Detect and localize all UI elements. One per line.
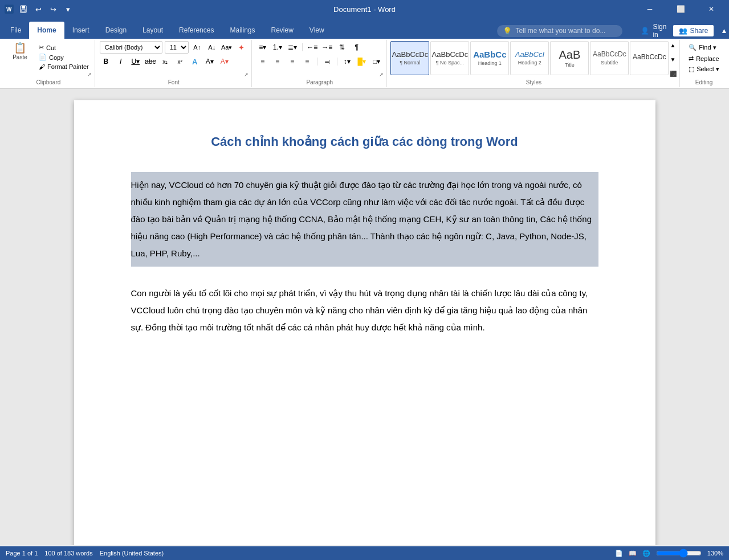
sign-in-label[interactable]: Sign in (653, 23, 666, 39)
title-bar-right: ─ ⬜ ✕ (637, 0, 724, 18)
svg-rect-4 (22, 10, 25, 12)
paste-area: 📋 Paste (6, 41, 34, 62)
increase-indent-button[interactable]: →≡ (321, 41, 333, 54)
tab-view[interactable]: View (302, 22, 332, 39)
zoom-level[interactable]: 130% (707, 550, 723, 557)
multilevel-list-button[interactable]: ≣▾ (286, 41, 299, 54)
clipboard-expand[interactable]: ↗ (86, 71, 93, 78)
style-heading2[interactable]: AaBbCcI Heading 2 (510, 41, 549, 75)
collapse-ribbon-button[interactable]: ▲ (720, 27, 727, 35)
tab-review[interactable]: Review (263, 22, 301, 39)
select-button[interactable]: ⬚ Select ▾ (686, 65, 722, 73)
style-heading1[interactable]: AaBbCc Heading 1 (470, 41, 509, 75)
tab-home[interactable]: Home (29, 22, 64, 39)
close-button[interactable]: ✕ (698, 0, 724, 18)
highlight-color-button[interactable]: A▾ (203, 55, 216, 68)
numbering-button[interactable]: 1.▾ (271, 41, 284, 54)
sign-in-icon: 👤 (641, 27, 649, 35)
show-hide-button[interactable]: ¶ (351, 41, 363, 54)
view-layout-icon[interactable]: 📄 (615, 550, 623, 557)
style-normal[interactable]: AaBbCcDc ¶ Normal (390, 41, 429, 75)
align-left-button[interactable]: ≡ (256, 55, 269, 68)
styles-expand[interactable]: ↗ (671, 71, 678, 78)
font-name-row: Calibri (Body) 11.5 A↑ A↓ Aa▾ ✦ (100, 41, 248, 54)
styles-down-button[interactable]: ▼ (670, 56, 677, 63)
tab-mailings[interactable]: Mailings (222, 22, 263, 39)
align-right-button[interactable]: ≡ (286, 55, 299, 68)
status-left: Page 1 of 1 100 of 183 words English (Un… (6, 550, 164, 557)
font-expand[interactable]: ↗ (243, 71, 250, 78)
style-extra[interactable]: AaBbCcDc (630, 41, 669, 75)
tell-me-input[interactable] (515, 27, 606, 35)
styles-up-button[interactable]: ▲ (670, 42, 677, 48)
justify-button[interactable]: ≡ (301, 55, 313, 68)
font-controls: Calibri (Body) 11.5 A↑ A↓ Aa▾ ✦ B I U▾ a… (100, 41, 248, 78)
column-break-button[interactable]: ⫤ (321, 55, 333, 68)
paste-button[interactable]: 📋 Paste (6, 41, 34, 62)
quick-access-toolbar: ↩ ↪ ▾ (17, 3, 74, 15)
style-title-name: Title (565, 62, 575, 68)
font-shrink-button[interactable]: A↓ (206, 41, 218, 54)
font-style-row: B I U▾ abc x₂ x² A A▾ A▾ (100, 55, 231, 68)
superscript-button[interactable]: x² (174, 55, 186, 68)
paragraph-expand[interactable]: ↗ (378, 71, 385, 78)
find-button[interactable]: 🔍 Find ▾ (686, 43, 722, 52)
style-title[interactable]: AaB Title (550, 41, 589, 75)
replace-button[interactable]: ⇄ Replace (686, 54, 722, 63)
shading-button[interactable]: █▾ (356, 55, 368, 68)
customize-qa-button[interactable]: ▾ (62, 3, 74, 15)
redo-button[interactable]: ↪ (47, 3, 59, 15)
undo-button[interactable]: ↩ (32, 3, 44, 15)
line-spacing-button[interactable]: ↕▾ (341, 55, 353, 68)
editing-controls: 🔍 Find ▾ ⇄ Replace ⬚ Select ▾ (686, 41, 722, 73)
tab-references[interactable]: References (171, 22, 222, 39)
style-normal-preview: AaBbCcDc (392, 51, 429, 59)
words-status: 100 of 183 words (44, 550, 92, 557)
restore-button[interactable]: ⬜ (667, 0, 694, 18)
zoom-slider[interactable] (656, 549, 702, 558)
styles-label: Styles (526, 79, 541, 85)
tab-file[interactable]: File (2, 22, 29, 39)
bold-button[interactable]: B (100, 55, 112, 68)
style-no-spacing-preview: AaBbCcDc (432, 51, 469, 59)
ribbon-content: 📋 Paste ✂ Cut 📄 Copy 🖌 Format Painter ↗ … (0, 39, 729, 89)
tab-layout[interactable]: Layout (135, 22, 171, 39)
bullets-button[interactable]: ≡▾ (256, 41, 269, 54)
share-icon: 👥 (679, 27, 687, 35)
share-button[interactable]: 👥 Share (673, 25, 714, 36)
style-heading1-name: Heading 1 (478, 60, 502, 66)
borders-button[interactable]: □▾ (370, 55, 383, 68)
style-subtitle[interactable]: AaBbCcDc Subtitle (590, 41, 629, 75)
change-case-button[interactable]: Aa▾ (221, 41, 233, 54)
clear-format-button[interactable]: ✦ (235, 41, 248, 54)
font-grow-button[interactable]: A↑ (191, 41, 203, 54)
selected-paragraph[interactable]: Hiện nay, VCCloud có hơn 70 chuyên gia k… (131, 172, 598, 267)
tab-design[interactable]: Design (97, 22, 135, 39)
cut-button[interactable]: ✂ Cut (36, 43, 91, 52)
font-name-select[interactable]: Calibri (Body) (100, 41, 162, 54)
subscript-button[interactable]: x₂ (159, 55, 172, 68)
format-painter-button[interactable]: 🖌 Format Painter (36, 63, 91, 71)
tell-me-bar[interactable]: 💡 (497, 25, 622, 37)
style-no-spacing[interactable]: AaBbCcDc ¶ No Spac... (430, 41, 469, 75)
copy-button[interactable]: 📄 Copy (36, 53, 91, 62)
status-right: 📄 📖 🌐 130% (615, 549, 723, 558)
normal-paragraph[interactable]: Con người là yếu tố cốt lõi cho mọi sự p… (131, 283, 598, 338)
font-color-button[interactable]: A▾ (218, 55, 231, 68)
decrease-indent-button[interactable]: ←≡ (306, 41, 319, 54)
clipboard-label: Clipboard (36, 79, 60, 85)
font-size-select[interactable]: 11.5 (165, 41, 189, 54)
view-web-icon[interactable]: 🌐 (642, 550, 650, 557)
view-read-icon[interactable]: 📖 (629, 550, 637, 557)
minimize-button[interactable]: ─ (637, 0, 663, 18)
sort-button[interactable]: ⇅ (336, 41, 348, 54)
italic-button[interactable]: I (115, 55, 127, 68)
strikethrough-button[interactable]: abc (144, 55, 157, 68)
tab-insert[interactable]: Insert (64, 22, 97, 39)
save-button[interactable] (17, 3, 30, 15)
align-row: ≡ ≡ ≡ ≡ ⫤ ↕▾ █▾ □▾ (256, 55, 383, 68)
text-effects-button[interactable]: A (189, 55, 201, 68)
underline-button[interactable]: U▾ (129, 55, 142, 68)
document-page[interactable]: Cách chỉnh khoảng cách giữa các dòng tro… (74, 100, 655, 545)
align-center-button[interactable]: ≡ (271, 55, 284, 68)
